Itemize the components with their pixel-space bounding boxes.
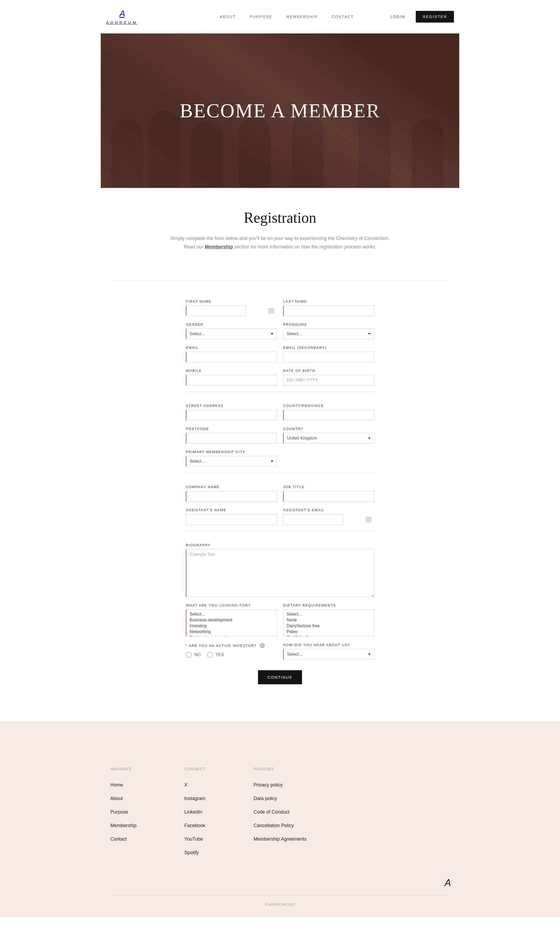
footer-link-privacy[interactable]: Privacy policy <box>254 782 306 788</box>
list-item[interactable]: Investing <box>186 623 277 629</box>
pronouns-label: PRONOUNS <box>283 323 374 327</box>
country-label: COUNTRY <box>283 427 374 431</box>
help-icon[interactable]: ? <box>260 643 265 648</box>
first-name-input[interactable] <box>186 306 246 316</box>
site-header: A ADOREUM ABOUT PURPOSE MEMBERSHIP CONTA… <box>0 0 560 34</box>
list-item[interactable]: Select... <box>186 611 277 617</box>
job-input[interactable] <box>283 491 374 502</box>
email-input[interactable] <box>186 352 277 362</box>
intro-line-2: Read our Membership section for more inf… <box>110 242 450 251</box>
investor-yes-option[interactable]: YES <box>207 652 224 658</box>
footer-link-purpose[interactable]: Purpose <box>110 809 137 815</box>
email-secondary-label: EMAIL (SECONDARY) <box>283 346 374 350</box>
assistant-name-label: ASSISTANT'S NAME <box>186 508 277 512</box>
list-item[interactable]: Networking <box>186 629 277 635</box>
country-select[interactable]: United Kingdom <box>283 433 374 443</box>
footer-link-about[interactable]: About <box>110 796 137 801</box>
investor-radio-group: NO YES <box>186 650 277 658</box>
nav-purpose[interactable]: PURPOSE <box>249 15 272 19</box>
dietary-label: DIETARY REQUIREMENTS <box>283 603 374 607</box>
city-label: PRIMARY MEMBERSHIP CITY <box>186 450 277 454</box>
dob-input[interactable] <box>283 375 374 386</box>
looking-for-listbox[interactable]: Select... Business development Investing… <box>186 610 277 636</box>
mobile-input[interactable] <box>186 375 277 386</box>
login-link[interactable]: LOGIN <box>390 15 405 19</box>
gender-label: GENDER <box>186 323 277 327</box>
looking-for-label: WHAT ARE YOU LOOKING FOR? <box>186 603 277 607</box>
autofill-extension-icon[interactable] <box>366 517 371 522</box>
county-input[interactable] <box>283 410 374 420</box>
logo-mark-icon: A <box>120 9 124 19</box>
last-name-input[interactable] <box>283 306 374 316</box>
footer-link-youtube[interactable]: YouTube <box>184 836 206 842</box>
biography-label: BIOGRAPHY <box>186 543 374 547</box>
assistant-email-input[interactable] <box>283 514 343 525</box>
assistant-name-input[interactable] <box>186 514 277 525</box>
company-label: COMPANY NAME <box>186 485 277 489</box>
header-actions: LOGIN REGISTER <box>390 11 544 23</box>
intro-line-2-suffix: section for more information on how the … <box>233 244 376 250</box>
footer-link-agreements[interactable]: Membership Agreements <box>254 836 306 842</box>
hear-about-label: HOW DID YOU HEAR ABOUT US? <box>283 643 374 647</box>
hear-about-select[interactable]: Select... <box>283 649 374 660</box>
footer-link-x[interactable]: X <box>184 782 206 788</box>
registration-intro: Registration Simply complete the form be… <box>110 188 450 281</box>
assistant-email-label: ASSISTANT'S EMAIL <box>283 508 374 512</box>
registration-form: FIRST NAME LAST NAME GENDER Select... PR… <box>186 299 374 700</box>
pronouns-select[interactable]: Select... <box>283 329 374 339</box>
investor-label-text: ARE YOU AN ACTIVE INVESTOR? <box>189 644 257 647</box>
mobile-label: MOBILE <box>186 369 277 373</box>
nav-membership[interactable]: MEMBERSHIP <box>286 15 318 19</box>
list-item[interactable]: Raising investment <box>186 635 277 636</box>
list-item[interactable]: None <box>283 617 374 623</box>
county-label: COUNTY/PROVINCE <box>283 404 374 408</box>
register-button[interactable]: REGISTER <box>416 11 454 23</box>
company-input[interactable] <box>186 491 277 502</box>
required-marker: * <box>186 644 188 647</box>
membership-info-link[interactable]: Membership <box>205 244 233 250</box>
autofill-extension-icon[interactable] <box>268 308 274 314</box>
list-item[interactable]: Business development <box>186 617 277 623</box>
investor-no-option[interactable]: NO <box>186 652 201 658</box>
job-label: JOB TITLE <box>283 485 374 489</box>
list-item[interactable]: Paleo <box>283 629 374 635</box>
footer-link-cancellation[interactable]: Cancellation Policy <box>254 823 306 829</box>
page-title: Registration <box>110 209 450 226</box>
dietary-listbox[interactable]: Select... None Dairy/lactose free Paleo … <box>283 610 374 636</box>
continue-button[interactable]: CONTINUE <box>258 670 302 684</box>
intro-line-1: Simply complete the form below and you'l… <box>110 234 450 242</box>
investor-no-radio[interactable] <box>186 652 192 658</box>
footer-link-contact[interactable]: Contact <box>110 836 137 842</box>
biography-textarea[interactable] <box>186 549 374 597</box>
footer-link-linkedin[interactable]: LinkedIn <box>184 809 206 815</box>
footer-link-spotify[interactable]: Spotify <box>184 850 206 855</box>
footer-link-facebook[interactable]: Facebook <box>184 823 206 829</box>
nav-contact[interactable]: CONTACT <box>332 15 354 19</box>
first-name-label: FIRST NAME <box>186 299 277 303</box>
footer-connect-title: CONNECT <box>184 767 206 771</box>
hero-photo-silhouettes <box>101 34 459 188</box>
site-footer: NAVIGATE Home About Purpose Membership C… <box>0 721 560 917</box>
street-label: STREET ADDRESS <box>186 404 277 408</box>
gender-select[interactable]: Select... <box>186 329 277 339</box>
email-secondary-input[interactable] <box>283 352 374 362</box>
logo-text: ADOREUM <box>106 20 138 25</box>
list-item[interactable]: Dairy/lactose free <box>283 623 374 629</box>
footer-link-conduct[interactable]: Code of Conduct <box>254 809 306 815</box>
city-select[interactable]: Select... <box>186 456 277 467</box>
dob-label: DATE OF BIRTH <box>283 369 374 373</box>
street-input[interactable] <box>186 410 277 420</box>
postcode-input[interactable] <box>186 433 277 443</box>
footer-link-instagram[interactable]: Instagram <box>184 796 206 801</box>
footer-link-data[interactable]: Data policy <box>254 796 306 801</box>
logo[interactable]: A ADOREUM <box>16 9 138 25</box>
list-item[interactable]: Shellfish allergy <box>283 635 374 636</box>
nav-about[interactable]: ABOUT <box>220 15 236 19</box>
footer-link-membership[interactable]: Membership <box>110 823 137 829</box>
section-divider-3 <box>186 531 374 531</box>
list-item[interactable]: Select... <box>283 611 374 617</box>
footer-link-home[interactable]: Home <box>110 782 137 788</box>
email-label: EMAIL <box>186 346 277 350</box>
section-divider-2 <box>186 473 374 473</box>
investor-yes-radio[interactable] <box>207 652 213 658</box>
